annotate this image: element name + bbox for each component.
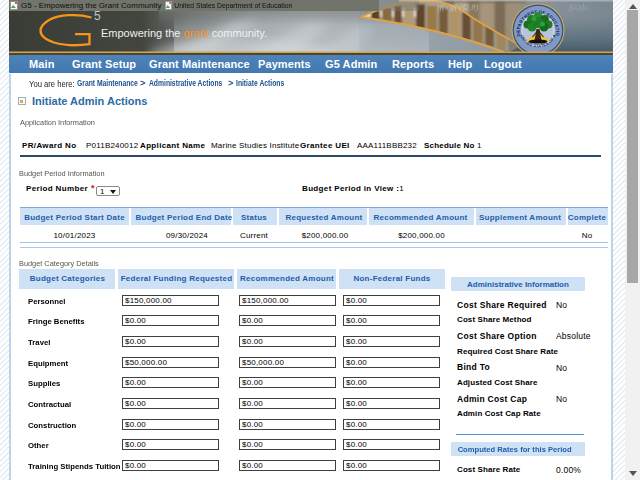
svg-text:Empowering the grant community: Empowering the grant community.: [101, 27, 267, 39]
svg-text:5: 5: [94, 9, 101, 23]
svg-text:f(λ)dx: f(λ)dx: [569, 3, 588, 12]
svg-text:|f(x)f(√Ω,θ): |f(x)f(√Ω,θ): [437, 2, 479, 12]
